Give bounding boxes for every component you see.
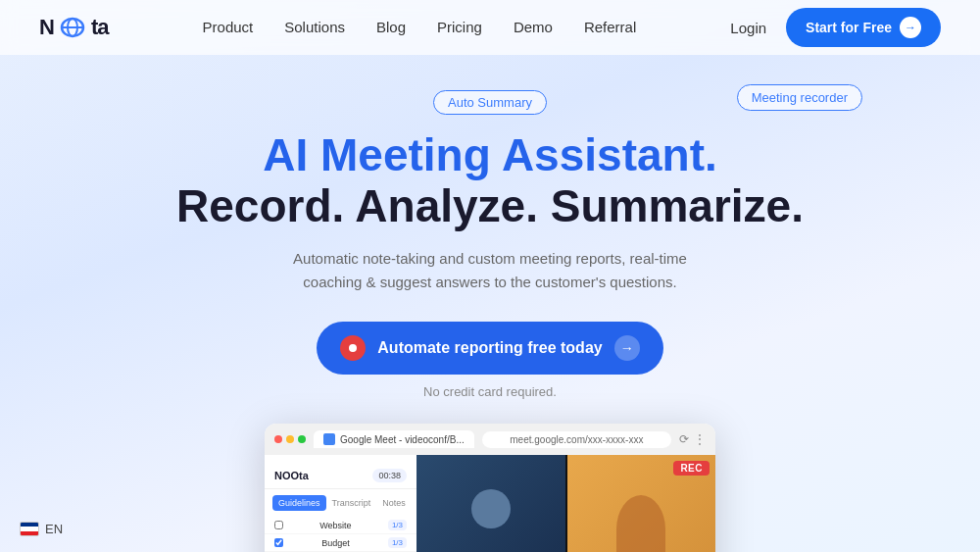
browser-dots	[274, 435, 306, 443]
tab-guidelines[interactable]: Guidelines	[272, 495, 326, 511]
app-sidebar: NOOta 00:38 Guidelines Transcript Notes …	[265, 455, 416, 552]
tab-transcript[interactable]: Transcript	[326, 495, 377, 511]
hero-section: Auto Summary Meeting recorder AI Meeting…	[0, 55, 980, 552]
app-content: NOOta 00:38 Guidelines Transcript Notes …	[265, 455, 715, 552]
refresh-icon: ⟳	[679, 432, 689, 446]
video-grid: REC	[416, 455, 715, 552]
language-code: EN	[45, 522, 63, 536]
browser-bar: Google Meet - videoconf/B... meet.google…	[265, 424, 715, 455]
hero-title-blue: AI Meeting Assistant.	[39, 130, 941, 180]
nav-pricing[interactable]: Pricing	[437, 19, 482, 35]
logo: N ta	[39, 14, 108, 41]
browser-tab[interactable]: Google Meet - videoconf/B...	[314, 430, 474, 448]
browser-tab-label: Google Meet - videoconf/B...	[340, 434, 465, 445]
language-selector[interactable]: EN	[20, 522, 63, 536]
nav-product[interactable]: Product	[203, 19, 254, 35]
start-free-arrow-icon: →	[900, 17, 921, 38]
video-cell-1	[416, 455, 565, 552]
close-dot	[274, 435, 282, 443]
auto-summary-badge: Auto Summary	[433, 90, 547, 115]
cta-button[interactable]: Automate reporting free today →	[317, 322, 662, 375]
checklist-label-website: Website	[288, 521, 383, 530]
checklist-badge-website: 1/3	[388, 520, 407, 530]
navbar: N ta Product Solutions Blog Pricing Demo…	[0, 0, 980, 55]
nav-links: Product Solutions Blog Pricing Demo Refe…	[203, 19, 637, 36]
login-link[interactable]: Login	[730, 20, 766, 36]
svg-point-3	[349, 344, 357, 352]
tab-notes[interactable]: Notes	[376, 495, 412, 511]
checkbox-budget[interactable]	[274, 538, 283, 547]
record-icon	[340, 335, 366, 361]
nav-referral[interactable]: Referral	[584, 19, 636, 35]
meet-icon	[323, 433, 335, 445]
nav-right: Login Start for Free →	[730, 8, 941, 47]
start-free-button[interactable]: Start for Free →	[786, 8, 941, 47]
cta-label: Automate reporting free today	[377, 339, 602, 357]
app-header: NOOta 00:38	[265, 463, 416, 489]
no-credit-text: No credit card required.	[423, 384, 557, 399]
meeting-recorder-badge: Meeting recorder	[737, 84, 862, 111]
maximize-dot	[298, 435, 306, 443]
cta-arrow-icon: →	[614, 335, 640, 361]
hero-title-dark: Record. Analyze. Summarize.	[39, 180, 941, 232]
checklist-label-budget: Budget	[288, 538, 383, 548]
minimize-dot	[286, 435, 294, 443]
checkbox-website[interactable]	[274, 521, 283, 529]
nav-demo[interactable]: Demo	[514, 19, 553, 35]
logo-text-ta: ta	[91, 15, 109, 40]
browser-nav-icons: ⟳ ⋮	[679, 432, 706, 446]
checklist-item-website: Website 1/3	[265, 517, 416, 534]
checklist-item-budget: Budget 1/3	[265, 534, 416, 552]
logo-text-n1: N	[39, 15, 54, 40]
app-logo: NOOta	[274, 470, 309, 481]
app-tabs: Guidelines Transcript Notes	[265, 495, 416, 511]
flag-icon	[20, 522, 39, 536]
cta-wrapper: Automate reporting free today → No credi…	[39, 322, 941, 399]
hero-subtitle: Automatic note-taking and custom meeting…	[274, 247, 706, 294]
checklist-badge-budget: 1/3	[388, 537, 407, 548]
browser-mockup-wrapper: Google Meet - videoconf/B... meet.google…	[39, 424, 941, 552]
browser-mockup: Google Meet - videoconf/B... meet.google…	[265, 424, 715, 552]
url-bar[interactable]: meet.google.com/xxx-xxxx-xxx	[482, 431, 671, 448]
rec-badge: REC	[673, 461, 710, 476]
nav-solutions[interactable]: Solutions	[284, 19, 345, 35]
logo-icon	[55, 14, 90, 41]
start-free-label: Start for Free	[806, 20, 892, 35]
video-cell-2: REC	[567, 455, 716, 552]
app-timer: 00:38	[372, 469, 407, 482]
more-icon: ⋮	[694, 432, 706, 446]
nav-blog[interactable]: Blog	[376, 19, 406, 35]
